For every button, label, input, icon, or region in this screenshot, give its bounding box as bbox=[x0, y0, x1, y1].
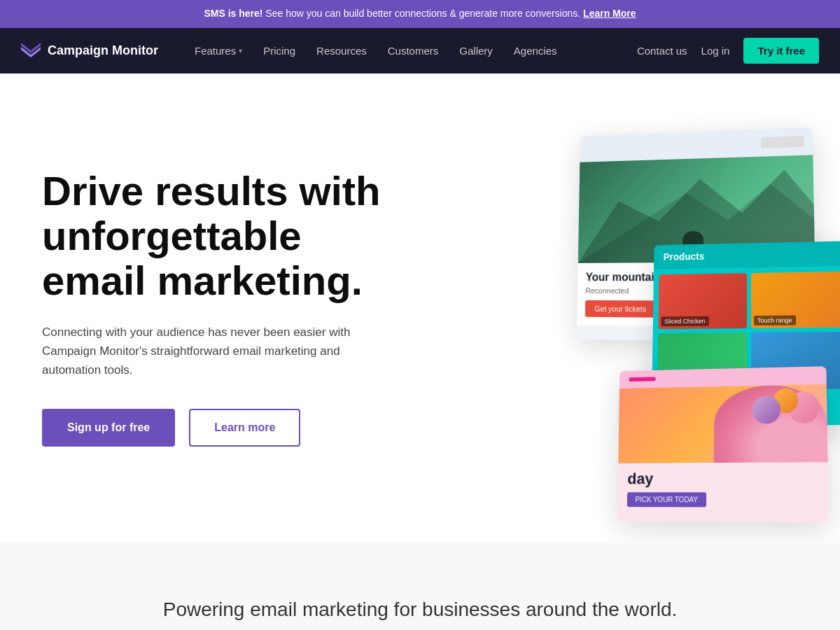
product-item-2: Touch range bbox=[751, 271, 840, 328]
nav-right: Contact us Log in Try it free bbox=[637, 38, 819, 64]
hero-buttons: Sign up for free Learn more bbox=[42, 409, 392, 447]
chevron-down-icon: ▾ bbox=[239, 47, 242, 55]
product-item-1: Sliced Chicken bbox=[658, 273, 747, 329]
learn-more-button[interactable]: Learn more bbox=[189, 409, 300, 447]
product-label-2: Touch range bbox=[754, 315, 796, 326]
nav-link-customers[interactable]: Customers bbox=[379, 39, 447, 62]
hero-content: Drive results with unforgettable email m… bbox=[0, 113, 392, 503]
nav-link-pricing[interactable]: Pricing bbox=[255, 39, 304, 62]
nav-link-agencies[interactable]: Agencies bbox=[505, 39, 566, 62]
nav-link-gallery[interactable]: Gallery bbox=[451, 39, 501, 62]
hero-subtitle: Connecting with your audience has never … bbox=[42, 323, 378, 380]
hero-image: Your mountain is waiting! Reconnected Ge… bbox=[406, 115, 840, 500]
logo-icon bbox=[21, 43, 41, 58]
logo-text: Campaign Monitor bbox=[48, 43, 158, 58]
announcement-bold: SMS is here! bbox=[204, 8, 262, 19]
logo[interactable]: Campaign Monitor bbox=[21, 43, 158, 58]
card-products-header: Products bbox=[654, 241, 840, 269]
hero-section: Drive results with unforgettable email m… bbox=[0, 74, 840, 542]
product-label-1: Sliced Chicken bbox=[661, 316, 708, 326]
nav-link-features[interactable]: Features ▾ bbox=[186, 39, 251, 62]
nav-left: Campaign Monitor Features ▾ Pricing Reso… bbox=[21, 39, 566, 62]
hero-title: Drive results with unforgettable email m… bbox=[42, 169, 392, 302]
email-card-day: day PICK YOUR TODAY bbox=[617, 366, 829, 523]
announcement-bar: SMS is here! See how you can build bette… bbox=[0, 0, 840, 28]
day-cta: PICK YOUR TODAY bbox=[627, 492, 706, 507]
nav-links: Features ▾ Pricing Resources Customers G… bbox=[186, 39, 566, 62]
contact-us-link[interactable]: Contact us bbox=[637, 45, 687, 57]
card-day-text: day PICK YOUR TODAY bbox=[617, 462, 829, 514]
bottom-title: Powering email marketing for businesses … bbox=[28, 598, 812, 621]
bottom-section: Powering email marketing for businesses … bbox=[0, 542, 840, 630]
email-cards-stack: Your mountain is waiting! Reconnected Ge… bbox=[406, 115, 840, 500]
log-in-link[interactable]: Log in bbox=[701, 45, 730, 57]
signup-free-button[interactable]: Sign up for free bbox=[42, 409, 175, 447]
mountain-cta: Get your tickets bbox=[585, 300, 656, 318]
day-title: day bbox=[627, 469, 818, 488]
nav-link-resources[interactable]: Resources bbox=[308, 39, 375, 62]
announcement-message: See how you can build better connections… bbox=[265, 8, 580, 19]
try-free-button[interactable]: Try it free bbox=[743, 38, 819, 64]
card-day-image bbox=[618, 384, 827, 463]
navbar: Campaign Monitor Features ▾ Pricing Reso… bbox=[0, 28, 840, 74]
announcement-link[interactable]: Learn More bbox=[583, 8, 636, 19]
